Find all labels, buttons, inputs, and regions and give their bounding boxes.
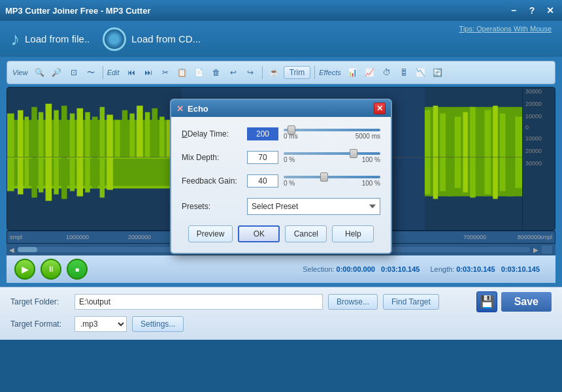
browse-button[interactable]: Browse... [328, 294, 378, 310]
stop-button[interactable]: ■ [67, 259, 88, 280]
scroll-thumb[interactable] [18, 247, 37, 252]
feedback-gain-thumb[interactable] [320, 172, 328, 182]
ok-button[interactable]: OK [238, 225, 280, 242]
edit-tools: ⏮ ⏭ ✂ 📋 📄 🗑 ↩ ↪ [124, 65, 258, 80]
tick-1m: 1000000 [66, 234, 89, 240]
svg-rect-8 [39, 112, 43, 157]
feedback-gain-slider-container: 0 % 100 % [284, 176, 380, 187]
cut-button[interactable]: ✂ [157, 65, 173, 80]
zoom-in-button[interactable]: 🔍 [32, 65, 48, 80]
sep3 [314, 66, 315, 79]
target-folder-input[interactable] [74, 294, 323, 310]
fit-button[interactable]: ⊡ [66, 65, 82, 80]
mix-depth-labels: 0 % 100 % [284, 156, 380, 163]
delay-time-input[interactable] [247, 127, 278, 140]
svg-rect-4 [7, 114, 14, 157]
effect1-button[interactable]: 📊 [345, 65, 361, 80]
format-select[interactable]: .mp3 .wav .ogg [74, 316, 127, 332]
save-section: 💾 Save [476, 291, 552, 312]
svg-rect-49 [39, 157, 43, 193]
svg-rect-32 [448, 108, 452, 157]
back-button[interactable]: ⏮ [124, 65, 139, 80]
svg-rect-41 [515, 117, 522, 157]
scroll-left-arrow[interactable]: ◀ [9, 246, 14, 253]
svg-rect-39 [500, 114, 506, 157]
effect4-button[interactable]: 🎛 [396, 65, 412, 80]
redo-button[interactable]: ↪ [242, 65, 258, 80]
svg-rect-17 [107, 115, 113, 157]
copy-button[interactable]: 📋 [174, 65, 190, 80]
settings-button[interactable]: Settings... [132, 316, 184, 332]
svg-rect-29 [425, 110, 431, 157]
effects-tools: 📊 📈 ⏱ 🎛 📉 🔄 [345, 65, 446, 80]
find-target-button[interactable]: Find Target [383, 294, 439, 310]
mix-depth-track[interactable] [284, 152, 380, 155]
svg-rect-24 [159, 117, 164, 157]
play-button[interactable]: ▶ [14, 259, 35, 280]
save-button[interactable]: Save [501, 292, 552, 312]
svg-rect-45 [7, 157, 14, 191]
svg-rect-57 [100, 157, 105, 197]
trim-button[interactable]: Trim [284, 66, 311, 79]
bottom-area: Target Folder: Browse... Find Target 💾 S… [0, 287, 562, 340]
svg-rect-46 [18, 157, 24, 194]
preset-select[interactable]: Select Preset Bathroom Cave Church Room [247, 198, 380, 215]
svg-rect-54 [76, 157, 83, 196]
svg-rect-72 [515, 157, 522, 188]
tick-8m: 8000000 [518, 234, 540, 240]
svg-rect-38 [493, 106, 497, 157]
load-cd-button[interactable]: Load from CD... [103, 27, 201, 51]
echo-close-button[interactable]: ✕ [374, 103, 386, 114]
svg-rect-70 [500, 157, 506, 191]
feedback-gain-track[interactable] [284, 176, 380, 178]
view-tools: 🔍 🔎 ⊡ 〜 [32, 65, 99, 80]
svg-rect-10 [54, 110, 58, 157]
delete-button[interactable]: 🗑 [208, 65, 224, 80]
mix-depth-thumb[interactable] [350, 149, 357, 158]
mix-depth-label: Mix Depth: [182, 153, 247, 162]
scroll-right-arrow[interactable]: ▶ [533, 246, 538, 253]
echo-dialog-buttons: Preview OK Cancel Help [182, 225, 380, 242]
svg-rect-21 [137, 106, 143, 157]
effect5-button[interactable]: 📉 [413, 65, 429, 80]
load-file-button[interactable]: ♪ Load from file.. [10, 29, 90, 50]
pause-button[interactable]: ⏸ [41, 259, 61, 280]
forward-button[interactable]: ⏭ [140, 65, 156, 80]
help-button[interactable]: ? [525, 5, 538, 16]
paste-button[interactable]: 📄 [191, 65, 207, 80]
svg-rect-58 [107, 157, 113, 190]
delay-time-track[interactable] [284, 129, 380, 131]
svg-rect-20 [129, 114, 134, 157]
mix-depth-input[interactable] [247, 151, 278, 164]
close-button[interactable]: ✕ [544, 5, 557, 16]
svg-rect-22 [145, 112, 150, 157]
svg-rect-37 [484, 110, 491, 157]
preview-button[interactable]: Preview [188, 225, 233, 242]
help-button[interactable]: Help [332, 225, 374, 242]
selection-label: Selection: 0:00:00.000 0:03:10.145 [303, 265, 420, 273]
svg-rect-5 [18, 110, 24, 157]
effect6-button[interactable]: 🔄 [430, 65, 446, 80]
svg-rect-13 [76, 108, 83, 157]
cancel-button[interactable]: Cancel [285, 225, 327, 242]
svg-rect-33 [455, 117, 461, 157]
music-icon: ♪ [10, 29, 20, 50]
minimize-button[interactable]: − [507, 5, 520, 16]
zoom-out-button[interactable]: 🔎 [49, 65, 65, 80]
undo-button[interactable]: ↩ [225, 65, 241, 80]
tips-link[interactable]: Tips: Operations With Mouse [459, 25, 552, 33]
svg-rect-50 [46, 157, 52, 201]
feedback-gain-label: Feedback Gain: [182, 176, 247, 186]
feedback-gain-input[interactable] [247, 174, 278, 188]
coffee-button[interactable]: ☕ [267, 65, 282, 80]
echo-dialog: ✕ Echo ✕ DDelay Time: 0 ms 5000 ms [170, 99, 392, 254]
waveform-button[interactable]: 〜 [83, 65, 99, 80]
delay-time-thumb[interactable] [288, 125, 295, 135]
target-folder-label: Target Folder: [10, 297, 69, 306]
effect2-button[interactable]: 📈 [362, 65, 378, 80]
target-format-row: Target Format: .mp3 .wav .ogg Settings..… [10, 316, 552, 332]
edit-toolbar: View 🔍 🔎 ⊡ 〜 Edit ⏮ ⏭ ✂ 📋 📄 🗑 ↩ ↪ ☕ Trim… [7, 61, 555, 84]
scroll-end-button[interactable] [541, 245, 553, 254]
effect3-button[interactable]: ⏱ [379, 65, 395, 80]
top-toolbar: ♪ Load from file.. Load from CD... Tips:… [0, 21, 562, 57]
